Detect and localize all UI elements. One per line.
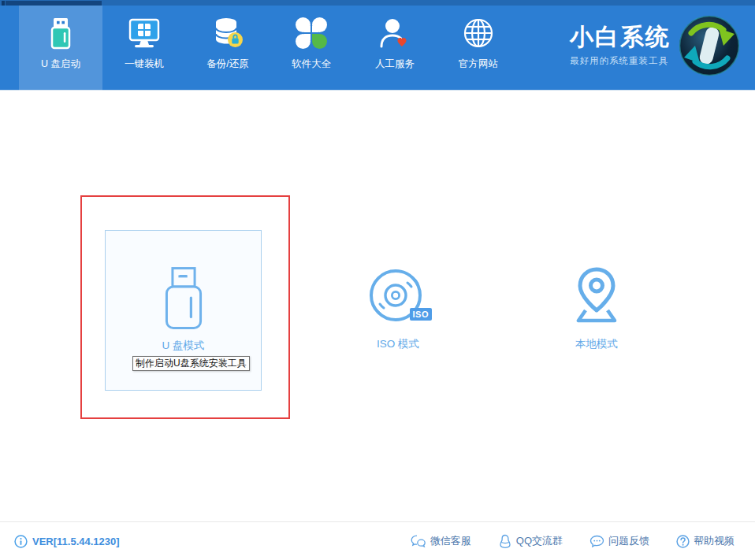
window-title-remnant [2, 1, 5, 6]
feedback-link[interactable]: 问题反馈 [589, 534, 649, 549]
software-grid-icon [294, 16, 329, 50]
wechat-service-link[interactable]: 微信客服 [411, 534, 471, 549]
iso-mode-label: ISO 模式 [357, 337, 439, 351]
iso-badge: ISO [410, 308, 432, 321]
brand-title: 小白系统 [570, 24, 671, 51]
usb-mode-tooltip: 制作启动U盘系统安装工具 [132, 356, 250, 371]
nav-tab-label: 备份/还原 [206, 57, 248, 71]
usb-mode-button[interactable]: U 盘模式 制作启动U盘系统安装工具 [105, 230, 262, 391]
database-backup-icon [210, 16, 245, 50]
footer-links: 微信客服 QQ交流群 [411, 534, 735, 549]
nav-tab-label: 人工服务 [375, 57, 415, 71]
nav-tabs: U 盘启动 一键装机 [19, 6, 520, 91]
nav-tab-usb-boot[interactable]: U 盘启动 [19, 6, 102, 91]
app-window: U 盘启动 一键装机 [0, 0, 755, 560]
monitor-install-icon [127, 16, 162, 50]
status-bar: VER[11.5.44.1230] 微信客服 [0, 521, 755, 560]
brand-tagline: 最好用的系统重装工具 [570, 55, 671, 67]
brand-logo-icon [678, 14, 741, 77]
version-text: VER[11.5.44.1230] [32, 536, 120, 547]
usb-outline-icon [160, 265, 207, 332]
main-content: U 盘模式 制作启动U盘系统安装工具 ISO ISO 模式 [0, 91, 755, 521]
help-video-link[interactable]: 帮助视频 [676, 534, 735, 549]
wechat-icon [411, 535, 426, 548]
footer-link-label: 问题反馈 [608, 534, 649, 548]
brand: 小白系统 最好用的系统重装工具 [570, 6, 741, 85]
window-titlebar [0, 0, 755, 6]
version-info[interactable]: VER[11.5.44.1230] [14, 535, 120, 548]
nav-tab-label: 官方网站 [459, 57, 498, 71]
footer-link-label: 帮助视频 [694, 534, 735, 548]
footer-link-label: 微信客服 [430, 534, 471, 548]
nav-tab-customer-service[interactable]: 人工服务 [353, 6, 437, 91]
local-mode-label: 本地模式 [556, 337, 638, 351]
top-navigation-bar: U 盘启动 一键装机 [0, 0, 755, 91]
qq-group-link[interactable]: QQ交流群 [498, 534, 563, 549]
usb-drive-icon [43, 16, 78, 50]
help-question-icon [676, 535, 690, 548]
iso-disc-icon: ISO [366, 265, 430, 329]
info-icon [14, 535, 28, 548]
person-service-icon [378, 16, 412, 50]
nav-tab-label: U 盘启动 [41, 57, 80, 71]
local-mode-button[interactable]: 本地模式 [556, 265, 638, 351]
location-pin-icon [564, 265, 629, 329]
qq-icon [498, 534, 512, 549]
nav-tab-official-website[interactable]: 官方网站 [437, 6, 520, 91]
nav-tab-software-collection[interactable]: 软件大全 [270, 6, 353, 91]
nav-tab-label: 软件大全 [292, 57, 331, 71]
iso-mode-button[interactable]: ISO ISO 模式 [357, 265, 439, 351]
nav-tab-one-click-install[interactable]: 一键装机 [102, 6, 186, 91]
usb-mode-label: U 盘模式 [162, 339, 205, 353]
footer-link-label: QQ交流群 [516, 534, 563, 548]
nav-tab-label: 一键装机 [125, 57, 164, 71]
feedback-bubble-icon [589, 535, 604, 548]
globe-icon [461, 16, 496, 50]
nav-tab-backup-restore[interactable]: 备份/还原 [186, 6, 270, 91]
